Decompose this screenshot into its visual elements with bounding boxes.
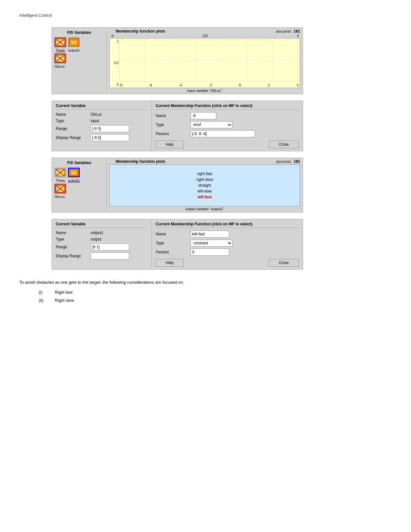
cv-displayrange-input-2[interactable] xyxy=(91,252,129,260)
obloc-label[interactable]: ObLoc xyxy=(54,64,65,68)
fis-top-2: FIS Variables f(u) xyxy=(52,158,303,212)
y-labels-1: 1 0.5 0 xyxy=(110,38,119,88)
cv-right-2: Current Membership Function (click on MF… xyxy=(152,219,303,269)
cv-range-label-1: Range xyxy=(56,126,88,131)
list-item-text-0: Right fast xyxy=(55,289,73,296)
fu-icon-1[interactable]: f(u) xyxy=(68,37,80,47)
cv-buttons-2: Help Close xyxy=(156,259,299,267)
cv-name-label-2: Name xyxy=(56,231,88,235)
cv-title-left-1: Current Variable xyxy=(56,103,148,110)
svg-line-0 xyxy=(56,39,64,45)
cv-mf-params-row-2: Params xyxy=(156,249,299,256)
cv-range-input-2[interactable] xyxy=(91,243,129,251)
close-button-2[interactable]: Close xyxy=(269,259,299,267)
svg-line-3 xyxy=(56,55,64,61)
cv-type-row-2: Type output xyxy=(56,237,148,241)
axis-label-1: input variable "ObLoc" xyxy=(109,89,300,93)
output-item-1[interactable]: right-slow xyxy=(196,177,213,182)
svg-line-4 xyxy=(56,55,64,61)
cv-section-1: Current Variable Name ObLoc Type input R… xyxy=(52,101,303,151)
cv-name-row-1: Name ObLoc xyxy=(56,112,148,117)
var-row-labels-2: Theta output1 xyxy=(54,179,80,182)
output-item-3[interactable]: left-slow xyxy=(198,189,212,193)
theta-label[interactable]: Theta xyxy=(54,48,66,52)
cv-mf-type-label-1: Type xyxy=(156,123,188,127)
cv-mf-name-input-2[interactable] xyxy=(191,231,229,238)
cv-mf-type-select-2[interactable]: constant xyxy=(191,240,232,247)
plot-header-1: Membership function plots plot points: 1… xyxy=(109,29,300,34)
cv-mf-params-label-2: Params xyxy=(156,250,188,254)
list-item-text-1: Right slow xyxy=(55,297,74,304)
cv-name-value-2: output1 xyxy=(91,231,103,235)
plot-points-value-1: 181 xyxy=(294,29,300,34)
bottom-list: (i) Right fast (ii) Right slow xyxy=(39,289,277,304)
fis-plot-area-1: Membership function plots plot points: 1… xyxy=(107,28,303,94)
cv-displayrange-input-1[interactable] xyxy=(91,134,129,141)
fis-panel-1: FIS Variables f(u) xyxy=(52,27,303,94)
output-list-area: right-fast right-slow straight left-slow… xyxy=(109,164,300,206)
var-row-obloc-label-2: ObLoc xyxy=(54,195,65,199)
cv-name-row-2: Name output1 xyxy=(56,231,148,235)
fis-top-1: FIS Variables f(u) xyxy=(52,28,303,94)
bottom-section: To avoid obstacles as one gets to the ta… xyxy=(19,279,277,304)
help-button-1[interactable]: Help xyxy=(156,141,184,148)
page-title: Intelligent Control xyxy=(19,13,392,18)
cv-mf-type-row-1: Type trimf xyxy=(156,121,299,128)
x-icon-2[interactable] xyxy=(54,168,66,177)
cv-range-row-2: Range xyxy=(56,243,148,251)
plot-points-value-2: 181 xyxy=(294,159,300,164)
cv-mf-name-label-2: Name xyxy=(156,232,188,236)
cv-type-label-1: Type xyxy=(56,119,88,123)
close-button-1[interactable]: Close xyxy=(269,141,299,148)
var-icons-2: f(u) Theta output1 xyxy=(54,168,104,199)
x-icon-obloc-2[interactable] xyxy=(54,184,66,193)
cv-displayrange-label-1: Display Range xyxy=(56,135,88,140)
fu-label-1: f(u) xyxy=(71,41,76,44)
svg-rect-19 xyxy=(56,169,65,176)
output-item-4[interactable]: left-fast xyxy=(198,195,211,199)
help-button-2[interactable]: Help xyxy=(156,259,184,267)
cv-mf-name-input-1[interactable] xyxy=(191,112,216,119)
plot-points-label-2: plot points: xyxy=(276,160,292,163)
var-row-obloc-label: ObLoc xyxy=(54,64,65,68)
cv-range-input-1[interactable] xyxy=(91,125,129,132)
fu-label-2: f(u) xyxy=(71,171,76,174)
output-item-2[interactable]: straight xyxy=(198,183,211,188)
svg-line-1 xyxy=(56,39,64,45)
x-top-right-1: 5 xyxy=(297,34,299,38)
cv-mf-name-row-1: Name xyxy=(156,112,299,119)
obloc-label-2[interactable]: ObLoc xyxy=(54,195,65,199)
cv-section-2: Current Variable Name output1 Type outpu… xyxy=(52,219,303,270)
output1-label-2[interactable]: output1 xyxy=(68,179,80,182)
svg-line-20 xyxy=(56,186,64,192)
list-item-1: (ii) Right slow xyxy=(39,297,277,304)
output1-label[interactable]: output1 xyxy=(68,48,80,52)
output-item-0[interactable]: right-fast xyxy=(197,172,212,176)
cv-mf-params-input-2[interactable] xyxy=(191,249,229,256)
svg-rect-5 xyxy=(56,55,65,62)
fu-icon-2[interactable]: f(u) xyxy=(68,168,80,177)
plot-points-label-1: plot points: xyxy=(276,30,292,33)
axis-label-2: output variable "output1" xyxy=(109,207,300,211)
cv-type-row-1: Type input xyxy=(56,119,148,123)
plot-header-title-2: Membership function plots xyxy=(116,159,165,164)
var-icons-1: f(u) Theta output1 xyxy=(54,37,104,68)
cv-mf-type-select-1[interactable]: trimf xyxy=(191,121,232,128)
cv-displayrange-label-2: Display Range xyxy=(56,254,88,258)
x-labels-1: -8 -6 -4 -2 0 2 4 xyxy=(119,84,298,87)
cv-right-1: Current Membership Function (click on MF… xyxy=(152,101,303,151)
cv-mf-params-label-1: Params xyxy=(156,132,188,136)
fis-variables-title-2: FIS Variables xyxy=(54,161,104,165)
theta-label-2[interactable]: Theta xyxy=(54,179,66,182)
x-icon-1[interactable] xyxy=(54,37,66,47)
x-icon-obloc[interactable] xyxy=(54,54,66,63)
cv-name-label-1: Name xyxy=(56,112,88,117)
cv-range-label-2: Range xyxy=(56,245,88,249)
x-top-mid-1: 225 xyxy=(202,34,208,38)
chart-svg-1 xyxy=(119,40,298,81)
cv-range-row-1: Range xyxy=(56,125,148,132)
svg-line-18 xyxy=(56,170,64,175)
cv-title-left-2: Current Variable xyxy=(56,222,148,228)
cv-mf-params-input-1[interactable] xyxy=(191,130,255,137)
bottom-paragraph: To avoid obstacles as one gets to the ta… xyxy=(19,279,277,286)
